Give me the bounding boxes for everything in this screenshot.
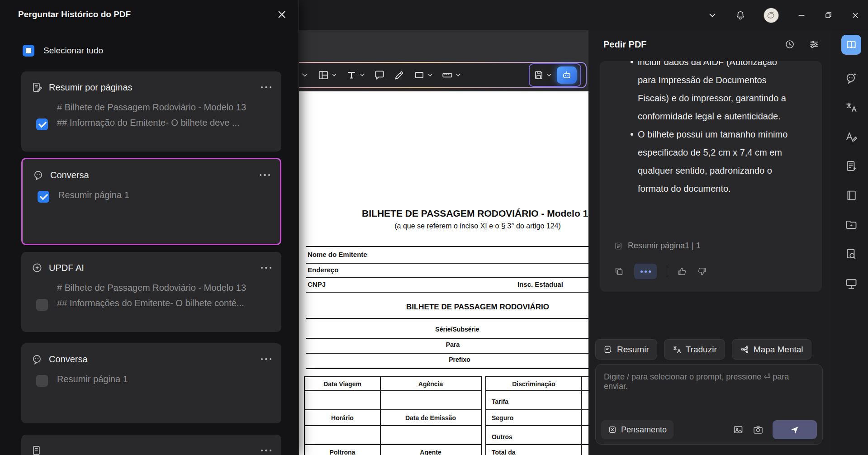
thumbs-down-icon[interactable] (697, 266, 707, 276)
pdf-table-cell: Total da (492, 449, 516, 455)
chat-history-icon[interactable] (784, 39, 795, 50)
card-checkbox[interactable] (36, 299, 48, 311)
add-image-icon[interactable] (733, 424, 744, 435)
pdf-table-header: Data Viagem (305, 380, 380, 388)
thinking-mode-button[interactable]: Pensamento (601, 420, 674, 439)
summary-pages-icon (31, 81, 43, 93)
more-actions-icon[interactable] (634, 264, 657, 279)
select-all-checkbox[interactable] (23, 45, 34, 57)
ai-chat-icon[interactable] (845, 71, 858, 84)
ask-panel-title: Pedir PDF (603, 39, 647, 50)
card-checkbox[interactable] (38, 191, 49, 203)
user-avatar[interactable] (764, 8, 779, 23)
copy-icon[interactable] (614, 266, 624, 276)
translate-label: Traduzir (686, 345, 717, 355)
measure-tool-icon[interactable] (441, 69, 461, 81)
ai-files-folder-icon[interactable] (845, 218, 858, 231)
send-button[interactable] (773, 420, 817, 439)
chevron-down-icon[interactable] (707, 10, 717, 20)
more-options-icon[interactable] (261, 86, 272, 89)
ai-response-bullet: incluir dados da AIDF (Autorização para … (638, 61, 796, 125)
history-panel-title: Perguntar Histórico do PDF (18, 9, 131, 19)
history-card-partial[interactable] (21, 435, 281, 455)
divider (667, 266, 667, 276)
reader-mode-icon[interactable] (841, 35, 861, 55)
ai-translate-icon[interactable] (845, 101, 858, 114)
history-card-conversation-selected[interactable]: Conversa Resumir página 1 (21, 158, 281, 245)
pdf-table-header: Discriminação (486, 380, 581, 388)
chat-icon (33, 169, 44, 181)
pdf-field-label: Endereço (308, 266, 338, 274)
prompt-input-box: Pensamento (595, 364, 823, 445)
mind-map-button[interactable]: Mapa Mental (732, 339, 811, 360)
card-text-line: Resumir página 1 (57, 371, 128, 387)
close-panel-icon[interactable] (276, 9, 288, 20)
history-card-title: Resumir por páginas (49, 82, 133, 93)
text-tool-icon[interactable] (346, 69, 365, 81)
translate-button[interactable]: Traduzir (664, 339, 725, 360)
card-text-line: Resumir página 1 (58, 187, 129, 203)
card-text-line: ## Informações do Emitente- O bilhete co… (57, 295, 246, 311)
ai-response-bullet: O bilhete possui um tamanho mínimo espec… (638, 125, 796, 198)
history-card-title: Conversa (49, 354, 88, 365)
summarize-label: Resumir (617, 345, 649, 355)
screenshot-camera-icon[interactable] (753, 424, 764, 435)
toolbar-chevron-down-icon[interactable] (300, 71, 309, 80)
more-options-icon[interactable] (260, 174, 270, 176)
pdf-table-cell: Outros (492, 433, 512, 441)
updf-ai-icon (31, 262, 43, 274)
ask-history-panel: Perguntar Histórico do PDF Selecionar tu… (0, 0, 299, 455)
more-options-icon[interactable] (261, 450, 272, 452)
comment-tool-icon[interactable] (374, 69, 385, 81)
pdf-field-label: Nome do Emitente (308, 251, 367, 258)
history-card-title: UPDF AI (49, 263, 84, 273)
ai-response-list: incluir dados da AIDF (Autorização para … (600, 61, 822, 198)
ai-presentation-icon[interactable] (845, 277, 858, 290)
more-options-icon[interactable] (261, 358, 272, 360)
pen-tool-icon[interactable] (394, 69, 405, 81)
ai-assistant-tool-icon[interactable] (557, 66, 577, 84)
source-reference-label: Resumir página1 | 1 (628, 241, 701, 251)
ai-summarize-doc-icon[interactable] (845, 160, 858, 172)
minimize-icon[interactable] (797, 11, 806, 20)
maximize-restore-icon[interactable] (824, 11, 833, 19)
organize-pages-tool-icon[interactable] (318, 69, 337, 81)
close-window-icon[interactable] (851, 11, 860, 20)
pdf-table-header: Agência (380, 380, 481, 388)
more-options-icon[interactable] (261, 267, 272, 269)
settings-sliders-icon[interactable] (809, 39, 820, 50)
save-tool-icon[interactable] (533, 70, 552, 81)
card-text-line: ## Informação do Emitente- O bilhete dev… (57, 115, 246, 130)
thumbs-up-icon[interactable] (677, 266, 687, 276)
ai-tools-sidebar (835, 30, 868, 455)
ask-pdf-panel: Pedir PDF incluir dados da AIDF (Autoriz… (588, 30, 831, 455)
pdf-table-cell: Tarifa (492, 398, 508, 405)
pdf-table-cell: Poltrona (305, 449, 380, 455)
history-card-conversation[interactable]: Conversa Resumir página 1 (21, 343, 281, 423)
quick-action-buttons: Resumir Traduzir Mapa Mental (595, 339, 811, 360)
chat-icon (31, 353, 43, 365)
source-reference-chip[interactable]: Resumir página1 | 1 (614, 241, 701, 251)
save-ai-toolbar-group (529, 63, 581, 87)
prompt-input[interactable] (596, 365, 822, 411)
doc-search-icon[interactable] (845, 248, 858, 261)
select-all-label: Selecionar tudo (43, 46, 103, 56)
history-card-summary-pages[interactable]: Resumir por páginas # Bilhete de Passage… (21, 71, 281, 152)
history-card-title: Conversa (50, 170, 89, 180)
summarize-button[interactable]: Resumir (595, 339, 657, 360)
notifications-bell-icon[interactable] (735, 10, 745, 20)
card-checkbox[interactable] (36, 375, 48, 387)
shape-tool-icon[interactable] (413, 69, 433, 81)
document-icon (31, 445, 43, 455)
card-text-line: # Bilhete de Passagem Rodoviário - Model… (57, 280, 246, 295)
history-card-updf-ai[interactable]: UPDF AI # Bilhete de Passagem Rodoviário… (21, 252, 281, 332)
pdf-field-label: Para (295, 341, 636, 348)
pdf-table-cell: Horário (305, 414, 380, 422)
pdf-table-cell: Agente (380, 449, 481, 455)
response-actions (614, 264, 707, 279)
ai-write-icon[interactable] (845, 130, 858, 143)
book-view-icon[interactable] (845, 189, 858, 202)
card-checkbox[interactable] (36, 118, 48, 130)
pdf-table-cell: Seguro (492, 414, 513, 422)
pdf-field-label: CNPJ (308, 280, 326, 288)
